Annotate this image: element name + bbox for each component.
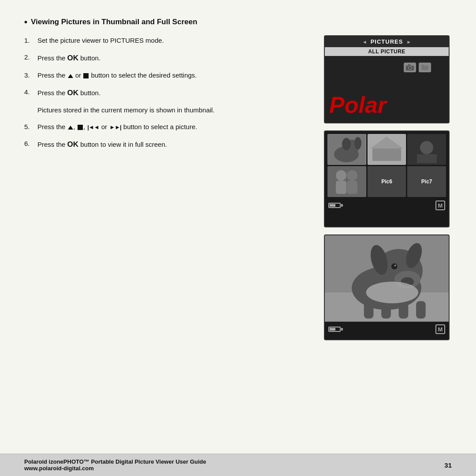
square-btn-5 [78,125,83,130]
bullet-point: • [24,18,27,26]
thumbnail-grid: Pic6 Pic7 [325,131,449,197]
svg-rect-10 [372,148,401,161]
dog-image [325,235,449,322]
battery-body [328,203,341,208]
battery-icon [328,203,343,208]
svg-rect-14 [417,154,437,163]
screen1-submenu: ALL PICTURE [325,47,449,56]
step-6-text: Press the OK button to view it in full s… [37,138,167,150]
svg-point-16 [336,170,346,181]
thumb-2 [368,134,406,165]
svg-rect-17 [336,181,346,194]
svg-point-7 [342,138,351,150]
screen1-body: Polar [325,56,449,123]
step-1: 1. Set the picture viewer to PICTURES mo… [24,35,315,46]
battery-fill-3 [330,328,335,331]
svg-rect-3 [408,64,410,66]
battery-tip-3 [341,328,343,331]
page-title: • Viewing Pictures in Thumbnail and Full… [24,18,452,26]
thumb-3 [407,134,446,165]
up-arrow-icon [68,74,73,78]
step-2: 2. Press the OK button. [24,52,315,64]
svg-point-27 [394,264,396,266]
step-4: 4. Press the OK button. [24,87,315,99]
step-3-text: Press the or button to select the desire… [37,70,197,81]
battery-body-3 [328,327,341,332]
pic6-label: Pic6 [381,178,392,185]
thumb-1 [327,134,366,165]
steps-column: 1. Set the picture viewer to PICTURES mo… [24,35,315,340]
skip-back-icon: |◄◄ [87,123,99,132]
battery-tip [341,204,343,207]
page-content: • Viewing Pictures in Thumbnail and Full… [0,0,476,349]
screen-thumbnail-grid: Pic6 Pic7 M [324,130,450,227]
ok-label-6: OK [67,140,79,149]
svg-point-13 [420,141,433,154]
ok-label-4: OK [67,89,79,97]
screen1-header: ◄ PICTURES ► [325,36,449,47]
battery-icon-3 [328,327,343,332]
footer-left: Polaroid izonePHOTO™ Portable Digital Pi… [24,458,206,472]
brand-area: Polar [329,93,444,120]
nav-right-arrow: ► [406,39,411,45]
screen-pictures-mode: ◄ PICTURES ► ALL PICTURE [324,35,450,123]
thumb-pic6: Pic6 [368,166,406,197]
screens-column: ◄ PICTURES ► ALL PICTURE [324,35,452,340]
two-column-layout: 1. Set the picture viewer to PICTURES mo… [24,35,452,340]
screen3-footer: M [325,322,449,337]
nav-left-arrow: ◄ [362,39,367,45]
folder-icon [419,63,431,72]
svg-point-8 [354,137,361,149]
ok-label-2: OK [67,54,79,62]
battery-fill [330,204,335,207]
thumb-pic7: Pic7 [407,166,446,197]
step-2-text: Press the OK button. [37,52,100,64]
step-3-num: 3. [24,70,37,81]
page-footer: Polaroid izonePHOTO™ Portable Digital Pi… [0,454,476,476]
paragraph-text: Pictures stored in the current memory is… [37,105,315,115]
svg-point-26 [391,263,398,269]
step-2-num: 2. [24,52,37,63]
svg-point-30 [366,282,418,303]
skip-fwd-icon: ►►| [109,123,121,132]
step-6-num: 6. [24,138,37,149]
thumb-4 [327,166,366,197]
svg-rect-15 [328,167,365,197]
svg-rect-32 [381,303,391,319]
brand-text: Polar [329,93,387,118]
title-text: Viewing Pictures in Thumbnail and Full S… [31,18,197,26]
step-4-num: 4. [24,87,37,97]
screen1-header-text: PICTURES [371,38,403,45]
screen3-body [325,235,449,322]
up-arrow-icon-5 [68,126,73,130]
step-1-text: Set the picture viewer to PICTURES mode. [37,35,164,46]
svg-rect-19 [347,181,357,194]
step-5: 5. Press the , , |◄◄ or ►►| button to se… [24,122,315,132]
m-badge: M [435,201,445,210]
footer-url: www.polaroid-digital.com [24,465,206,472]
page-number: 31 [444,461,452,469]
step-6: 6. Press the OK button to view it in ful… [24,138,315,150]
step-3: 3. Press the or button to select the des… [24,70,315,81]
footer-title: Polaroid izonePHOTO™ Portable Digital Pi… [24,458,206,465]
square-button-icon [83,73,89,78]
step-5-text: Press the , , |◄◄ or ►►| button to selec… [37,122,197,132]
m-badge-3: M [435,324,445,334]
svg-point-2 [409,67,411,69]
screen-fullscreen-dog: M [324,234,450,340]
step-5-num: 5. [24,122,37,132]
camera-icons [404,63,431,72]
svg-point-18 [347,170,357,181]
svg-rect-33 [399,303,409,319]
step-4-text: Press the OK button. [37,87,100,99]
camera-icon [404,63,416,72]
step-1-num: 1. [24,35,37,46]
screen2-footer: M [325,199,449,212]
pic7-label: Pic7 [421,178,432,185]
svg-rect-34 [416,301,426,318]
svg-rect-31 [364,301,374,318]
